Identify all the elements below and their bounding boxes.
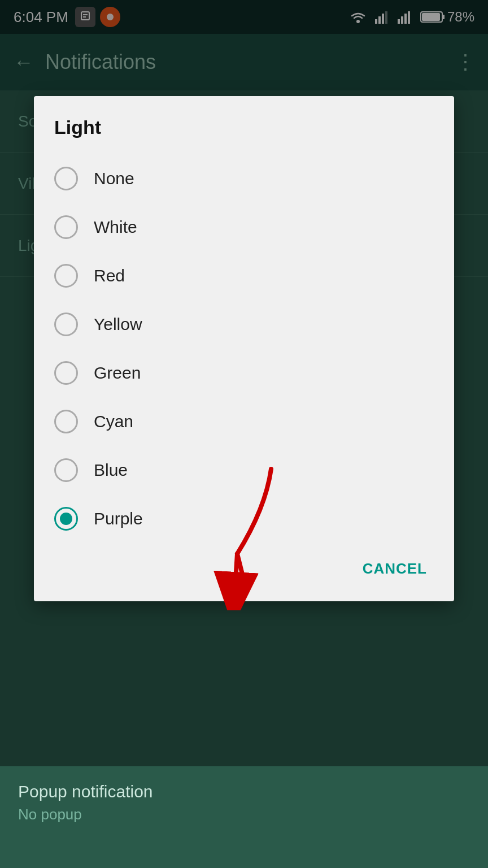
bottom-content-area: Popup notification No popup bbox=[0, 766, 488, 868]
radio-option-none[interactable]: None bbox=[34, 154, 454, 203]
radio-option-blue[interactable]: Blue bbox=[34, 446, 454, 494]
radio-option-green[interactable]: Green bbox=[34, 349, 454, 397]
radio-label-yellow: Yellow bbox=[94, 315, 142, 334]
popup-notification-title: Popup notification bbox=[18, 782, 470, 801]
radio-circle-red bbox=[54, 264, 78, 288]
radio-circle-none bbox=[54, 167, 78, 190]
popup-notification-value: No popup bbox=[18, 806, 470, 823]
radio-label-purple: Purple bbox=[94, 509, 143, 528]
radio-circle-purple bbox=[54, 507, 78, 531]
radio-circle-white bbox=[54, 215, 78, 239]
radio-circle-yellow bbox=[54, 313, 78, 336]
dialog-title: Light bbox=[34, 116, 454, 154]
radio-label-red: Red bbox=[94, 266, 125, 285]
light-dialog: Light NoneWhiteRedYellowGreenCyanBluePur… bbox=[34, 96, 454, 601]
cancel-button[interactable]: CANCEL bbox=[351, 552, 438, 585]
dialog-actions: CANCEL bbox=[34, 543, 454, 601]
radio-circle-green bbox=[54, 361, 78, 385]
radio-list: NoneWhiteRedYellowGreenCyanBluePurple bbox=[34, 154, 454, 543]
radio-inner-purple bbox=[60, 513, 72, 525]
radio-option-cyan[interactable]: Cyan bbox=[34, 397, 454, 446]
radio-label-cyan: Cyan bbox=[94, 412, 133, 431]
radio-option-purple[interactable]: Purple bbox=[34, 494, 454, 543]
radio-circle-blue bbox=[54, 458, 78, 482]
radio-label-blue: Blue bbox=[94, 461, 128, 480]
radio-circle-cyan bbox=[54, 410, 78, 433]
radio-label-none: None bbox=[94, 169, 134, 188]
radio-label-white: White bbox=[94, 218, 137, 237]
radio-option-white[interactable]: White bbox=[34, 203, 454, 251]
radio-option-yellow[interactable]: Yellow bbox=[34, 300, 454, 349]
radio-label-green: Green bbox=[94, 363, 141, 383]
radio-option-red[interactable]: Red bbox=[34, 251, 454, 300]
